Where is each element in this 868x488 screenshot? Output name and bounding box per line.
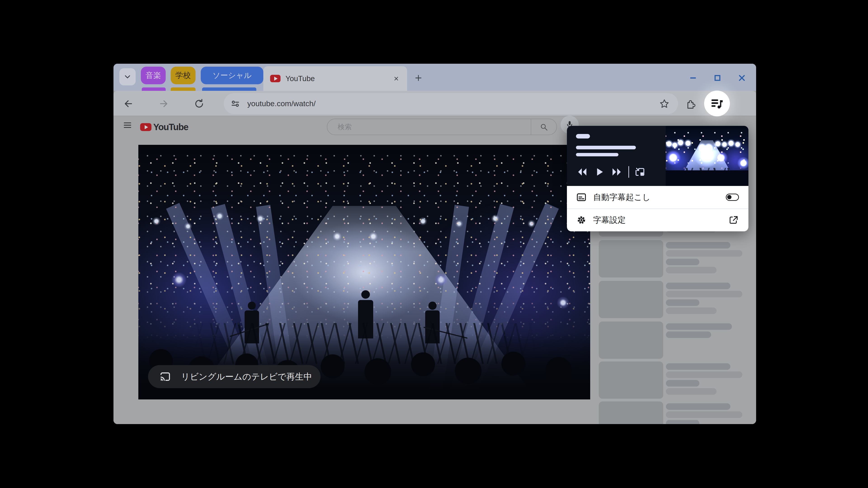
tab-search-button[interactable] xyxy=(119,68,135,86)
tab-group-social[interactable]: ソーシャル xyxy=(201,67,264,84)
forward-button[interactable] xyxy=(157,97,170,110)
thumbnail-placeholder xyxy=(599,322,663,359)
cast-status-text: リビングルームのテレビで再生中 xyxy=(181,371,312,383)
thumbnail-placeholder xyxy=(599,240,663,278)
tab-close-button[interactable] xyxy=(391,74,401,84)
browser-window: 音楽 学校 ソーシャル YouTube xyxy=(114,64,756,424)
live-caption-icon xyxy=(576,192,587,203)
thumbnail-placeholder xyxy=(599,361,663,399)
picture-in-picture-icon xyxy=(634,166,646,178)
youtube-wordmark: YouTube xyxy=(153,122,188,132)
media-artwork xyxy=(666,126,748,186)
youtube-favicon-icon xyxy=(270,75,281,82)
concert-video-frame xyxy=(138,145,590,399)
back-button[interactable] xyxy=(122,97,135,110)
next-track-button[interactable] xyxy=(608,165,625,179)
concert-artwork-image xyxy=(666,126,748,186)
media-source-placeholder xyxy=(576,134,590,138)
youtube-logo-icon xyxy=(140,123,151,131)
minimize-button[interactable] xyxy=(688,73,698,83)
playback-controls xyxy=(574,165,649,179)
media-session-card xyxy=(567,126,748,186)
active-tab-youtube[interactable]: YouTube xyxy=(264,66,407,91)
tab-group-underline-music xyxy=(142,88,166,91)
tab-group-school[interactable]: 学校 xyxy=(170,67,195,84)
tab-strip: 音楽 学校 ソーシャル YouTube xyxy=(114,64,756,91)
chevron-down-icon xyxy=(123,72,132,81)
tab-group-underline-social xyxy=(202,88,256,91)
tab-group-label: 学校 xyxy=(176,70,191,80)
tab-group-music[interactable]: 音楽 xyxy=(141,67,166,84)
search-button[interactable] xyxy=(531,119,557,135)
youtube-search-box[interactable]: 検索 xyxy=(327,119,557,135)
play-button[interactable] xyxy=(591,165,608,179)
thumbnail-placeholder xyxy=(599,401,663,424)
caption-settings-label: 字幕設定 xyxy=(593,215,728,226)
caption-settings-row[interactable]: 字幕設定 xyxy=(567,209,748,231)
previous-track-button[interactable] xyxy=(574,165,591,179)
new-tab-button[interactable] xyxy=(412,71,425,85)
youtube-logo[interactable]: YouTube xyxy=(140,122,188,132)
related-video-placeholder xyxy=(599,361,748,399)
media-controls-toolbar-button[interactable] xyxy=(704,91,730,116)
media-playlist-note-icon xyxy=(710,96,724,110)
gear-icon xyxy=(576,215,587,225)
rewind-icon xyxy=(577,167,588,177)
forward-arrow-icon xyxy=(158,98,169,109)
extensions-button[interactable] xyxy=(685,98,696,109)
related-video-placeholder xyxy=(599,401,748,424)
related-video-placeholder xyxy=(599,322,748,359)
address-bar[interactable]: youtube.com/watch/ xyxy=(224,93,678,114)
controls-divider xyxy=(628,166,629,178)
media-controls-popup: 自動字幕起こし 字幕設定 xyxy=(567,126,748,231)
picture-in-picture-button[interactable] xyxy=(631,165,649,179)
menu-button[interactable] xyxy=(122,119,133,131)
desktop-background: 音楽 学校 ソーシャル YouTube xyxy=(0,0,868,488)
tab-group-underline-school xyxy=(170,88,195,91)
window-controls xyxy=(688,71,747,85)
close-icon xyxy=(393,75,400,82)
reload-button[interactable] xyxy=(193,97,206,110)
hamburger-icon xyxy=(123,120,132,130)
bookmark-star-icon[interactable] xyxy=(659,98,670,109)
close-icon xyxy=(737,73,747,83)
live-caption-row[interactable]: 自動字幕起こし xyxy=(567,186,748,208)
play-icon xyxy=(595,167,604,177)
video-player[interactable]: リビングルームのテレビで再生中 xyxy=(138,145,590,399)
plus-icon xyxy=(414,73,423,83)
site-settings-tune-icon[interactable] xyxy=(230,98,241,109)
thumbnail-placeholder xyxy=(599,281,663,318)
minimize-icon xyxy=(688,73,698,83)
cast-status-overlay: リビングルームのテレビで再生中 xyxy=(148,365,320,388)
live-caption-toggle[interactable] xyxy=(726,194,739,201)
tab-group-label: 音楽 xyxy=(146,70,161,80)
related-video-placeholder xyxy=(599,281,748,318)
reload-icon xyxy=(194,98,205,109)
tab-title: YouTube xyxy=(285,74,391,83)
chromecast-icon xyxy=(159,370,172,383)
search-placeholder[interactable]: 検索 xyxy=(338,122,531,132)
tab-group-label: ソーシャル xyxy=(213,70,252,80)
browser-toolbar: youtube.com/watch/ xyxy=(114,91,756,116)
back-arrow-icon xyxy=(123,98,134,109)
puzzle-icon xyxy=(685,98,696,109)
fast-forward-icon xyxy=(611,167,622,177)
media-title-placeholder xyxy=(576,146,636,149)
related-video-placeholder xyxy=(599,240,748,278)
maximize-button[interactable] xyxy=(712,73,723,83)
url-text[interactable]: youtube.com/watch/ xyxy=(247,99,659,108)
maximize-icon xyxy=(713,73,722,83)
media-artist-placeholder xyxy=(576,153,618,156)
live-caption-label: 自動字幕起こし xyxy=(593,192,726,203)
close-window-button[interactable] xyxy=(737,73,747,83)
search-icon xyxy=(539,123,548,131)
open-in-new-icon[interactable] xyxy=(728,215,739,225)
